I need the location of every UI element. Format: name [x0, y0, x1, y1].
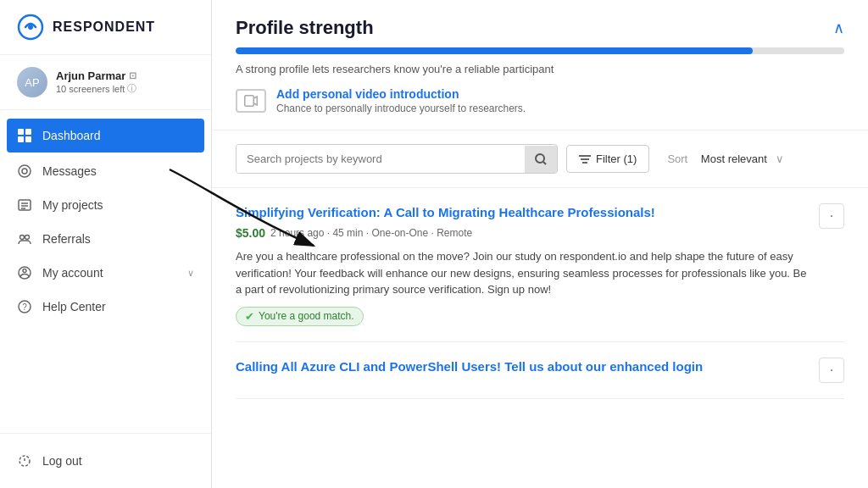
project-card: Calling All Azure CLI and PowerShell Use…: [236, 342, 844, 399]
sort-label: Sort: [667, 152, 687, 165]
svg-point-6: [19, 165, 31, 177]
sidebar-item-help-center[interactable]: ? Help Center: [0, 290, 211, 324]
progress-bar-fill: [236, 47, 753, 54]
svg-point-13: [25, 236, 30, 240]
project-price: $5.00: [236, 226, 265, 240]
video-intro-title[interactable]: Add personal video introduction: [276, 87, 526, 101]
svg-rect-20: [245, 96, 254, 107]
user-info: Arjun Parmar ⊡ 10 screeners left ⓘ: [56, 69, 136, 95]
search-button[interactable]: [525, 146, 557, 173]
user-profile-area: AP Arjun Parmar ⊡ 10 screeners left ⓘ: [0, 55, 211, 110]
svg-line-22: [543, 162, 546, 164]
search-icon: [535, 153, 547, 165]
sidebar: RESPONDENT AP Arjun Parmar ⊡ 10 screener…: [0, 0, 212, 488]
sidebar-item-messages[interactable]: Messages: [0, 154, 211, 188]
project-meta-details: 2 hours ago · 45 min · One-on-One · Remo…: [270, 227, 472, 239]
progress-bar-container: [236, 47, 844, 54]
check-circle-icon: ✔: [245, 310, 254, 323]
sidebar-item-referrals[interactable]: Referrals: [0, 222, 211, 256]
logo-area: RESPONDENT: [0, 0, 211, 55]
svg-point-12: [20, 236, 25, 240]
projects-list: Simplifying Verification: A Call to Migr…: [212, 188, 868, 399]
bookmark-button[interactable]: ·: [819, 203, 844, 229]
bookmark-button[interactable]: ·: [819, 358, 844, 383]
svg-rect-3: [25, 129, 31, 135]
profile-strength-title: Profile strength: [236, 17, 374, 39]
filter-icon: [579, 155, 591, 164]
project-card: Simplifying Verification: A Call to Migr…: [236, 188, 844, 342]
filter-button[interactable]: Filter (1): [566, 145, 649, 173]
sidebar-item-dashboard-label: Dashboard: [42, 129, 194, 142]
svg-rect-4: [18, 136, 24, 142]
logo-icon: [17, 14, 44, 41]
sort-chevron-icon: ∨: [776, 152, 784, 165]
messages-icon: [17, 164, 32, 179]
search-input[interactable]: [236, 145, 525, 173]
sort-value: Most relevant: [701, 152, 767, 165]
profile-strength-section: Profile strength ∧ A strong profile lets…: [212, 0, 868, 130]
help-center-icon: ?: [17, 299, 32, 314]
svg-point-7: [22, 169, 27, 174]
info-icon: ⓘ: [127, 82, 136, 95]
svg-rect-2: [18, 129, 24, 135]
svg-point-15: [23, 269, 26, 273]
sidebar-item-my-account[interactable]: My account ∨: [0, 256, 211, 290]
sidebar-item-help-center-label: Help Center: [42, 300, 194, 313]
avatar: AP: [17, 67, 47, 97]
sidebar-item-referrals-label: Referrals: [42, 232, 194, 246]
filter-label: Filter (1): [596, 152, 637, 165]
sidebar-bottom: Log out: [0, 433, 211, 488]
video-intro-area: Add personal video introduction Chance t…: [236, 87, 844, 114]
svg-point-21: [536, 154, 544, 163]
sidebar-item-dashboard[interactable]: Dashboard: [7, 119, 204, 152]
project-content: Simplifying Verification: A Call to Migr…: [236, 203, 810, 326]
logout-label: Log out: [42, 454, 194, 468]
app-name: RESPONDENT: [53, 19, 155, 35]
svg-text:?: ?: [22, 302, 27, 312]
screeners-left: 10 screeners left ⓘ: [56, 82, 136, 95]
sidebar-item-my-projects[interactable]: My projects: [0, 188, 211, 222]
match-label: You're a good match.: [259, 310, 354, 322]
user-name: Arjun Parmar ⊡: [56, 69, 136, 82]
project-card-inner: Simplifying Verification: A Call to Migr…: [236, 203, 844, 326]
video-intro-desc: Chance to personally introduce yourself …: [276, 103, 526, 114]
match-badge: ✔ You're a good match.: [236, 307, 364, 326]
video-intro-text: Add personal video introduction Chance t…: [276, 87, 526, 114]
project-title[interactable]: Calling All Azure CLI and PowerShell Use…: [236, 358, 810, 375]
project-card-inner: Calling All Azure CLI and PowerShell Use…: [236, 358, 844, 383]
search-box: [236, 144, 558, 174]
sort-button[interactable]: Sort Most relevant ∨: [658, 145, 793, 173]
referrals-icon: [17, 231, 32, 247]
sidebar-nav: Dashboard Messages My projec: [0, 110, 211, 433]
sidebar-item-my-account-label: My account: [42, 266, 177, 280]
svg-rect-5: [25, 136, 31, 142]
chevron-down-icon: ∨: [187, 268, 194, 279]
logout-icon: [17, 453, 32, 469]
search-filter-bar: Filter (1) Sort Most relevant ∨: [212, 130, 868, 188]
profile-strength-description: A strong profile lets researchers know y…: [236, 63, 844, 75]
my-projects-icon: [17, 197, 32, 213]
main-content: Profile strength ∧ A strong profile lets…: [212, 0, 868, 488]
profile-strength-header: Profile strength ∧: [236, 17, 844, 39]
copy-icon[interactable]: ⊡: [129, 70, 136, 81]
my-account-icon: [17, 265, 32, 280]
sidebar-item-messages-label: Messages: [42, 164, 194, 178]
video-icon: [236, 89, 266, 113]
project-description: Are you a healthcare professional on the…: [236, 248, 810, 298]
project-title[interactable]: Simplifying Verification: A Call to Migr…: [236, 203, 810, 221]
project-content: Calling All Azure CLI and PowerShell Use…: [236, 358, 810, 380]
svg-point-1: [28, 25, 33, 30]
project-meta: $5.00 2 hours ago · 45 min · One-on-One …: [236, 226, 810, 240]
collapse-icon[interactable]: ∧: [833, 19, 844, 37]
dashboard-icon: [17, 128, 32, 143]
sidebar-item-my-projects-label: My projects: [42, 198, 194, 212]
logout-button[interactable]: Log out: [0, 444, 211, 478]
